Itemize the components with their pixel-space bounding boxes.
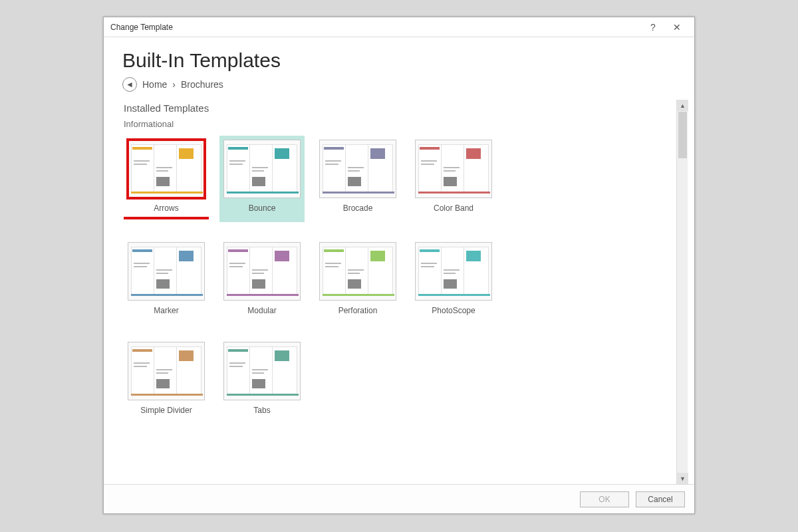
- template-thumbnail: [415, 242, 492, 301]
- section-title: Installed Templates: [122, 100, 672, 119]
- template-tile[interactable]: Marker: [124, 238, 209, 322]
- template-tile[interactable]: Brocade: [315, 136, 400, 222]
- change-template-dialog: Change Template ? ✕ Built-In Templates ◄…: [103, 17, 695, 514]
- template-thumbnail: [223, 140, 301, 198]
- template-thumbnail: [128, 140, 205, 198]
- template-thumbnail: [223, 342, 301, 400]
- breadcrumb: ◄ Home › Brochures: [104, 77, 694, 100]
- scrollbar[interactable]: ▲ ▼: [676, 100, 688, 484]
- scroll-up-button[interactable]: ▲: [677, 100, 688, 111]
- template-label: Modular: [247, 306, 276, 322]
- template-label: Marker: [154, 306, 178, 322]
- cancel-button[interactable]: Cancel: [636, 491, 685, 507]
- close-icon: ✕: [673, 22, 681, 33]
- template-label: Perforation: [338, 306, 378, 322]
- template-thumbnail: [415, 140, 492, 198]
- template-label: Bounce: [249, 203, 276, 219]
- close-button[interactable]: ✕: [665, 19, 689, 35]
- template-thumbnail: [128, 342, 205, 400]
- template-tile[interactable]: Modular: [219, 238, 305, 322]
- scroll-down-button[interactable]: ▼: [677, 473, 688, 484]
- template-tile[interactable]: Tabs: [219, 338, 305, 422]
- template-grid: ArrowsBounceBrocadeColor BandMarkerModul…: [122, 136, 672, 422]
- template-tile[interactable]: Color Band: [411, 136, 496, 222]
- template-list: Installed Templates Informational Arrows…: [122, 100, 672, 484]
- template-label: Color Band: [434, 203, 473, 219]
- window-title: Change Template: [110, 23, 641, 32]
- template-label: Simple Divider: [140, 406, 192, 422]
- template-thumbnail: [319, 242, 396, 301]
- dialog-heading: Built-In Templates: [104, 37, 694, 77]
- template-tile[interactable]: Simple Divider: [124, 338, 209, 422]
- template-tile[interactable]: Arrows: [124, 136, 209, 222]
- template-label: Arrows: [124, 203, 209, 219]
- scroll-handle[interactable]: [678, 112, 687, 158]
- template-thumbnail: [319, 140, 396, 198]
- template-thumbnail: [128, 242, 205, 301]
- back-button[interactable]: ◄: [122, 77, 137, 92]
- dialog-footer: OK Cancel: [104, 484, 694, 513]
- template-label: Tabs: [253, 406, 270, 422]
- help-button[interactable]: ?: [641, 19, 665, 35]
- breadcrumb-current: Brochures: [181, 79, 223, 90]
- template-tile[interactable]: Perforation: [315, 238, 400, 322]
- breadcrumb-separator-icon: ›: [172, 79, 176, 90]
- template-label: Brocade: [343, 203, 373, 219]
- subsection-title: Informational: [122, 119, 672, 136]
- template-tile[interactable]: Bounce: [219, 136, 305, 222]
- ok-button[interactable]: OK: [580, 491, 629, 507]
- template-tile[interactable]: PhotoScope: [411, 238, 496, 322]
- titlebar: Change Template ? ✕: [104, 17, 694, 37]
- back-arrow-icon: ◄: [126, 80, 134, 89]
- content-area: Installed Templates Informational Arrows…: [104, 100, 694, 484]
- breadcrumb-home[interactable]: Home: [142, 79, 167, 90]
- template-thumbnail: [223, 242, 301, 301]
- template-label: PhotoScope: [432, 306, 475, 322]
